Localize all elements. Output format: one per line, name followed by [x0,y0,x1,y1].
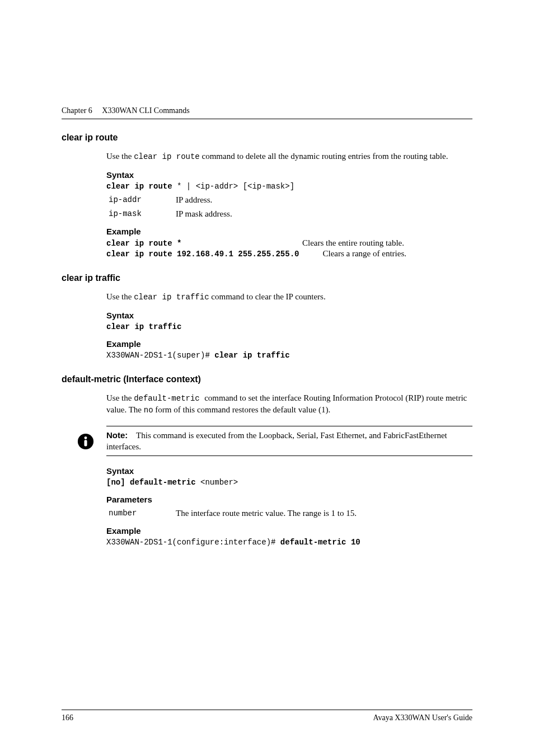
note-block: Note: This command is executed from the … [106,426,472,457]
section-title: clear ip route [62,133,472,143]
syntax-label: Syntax [106,466,472,476]
svg-point-1 [85,436,87,439]
param-desc: The interface route metric value. The ra… [176,509,472,518]
page-number: 166 [62,713,73,722]
example-prompt: X330WAN-2DS1-1(configure:interface)# [106,538,280,547]
note-body: This command is executed from the Loopba… [106,431,447,451]
intro-text-before: Use the [106,292,134,301]
svg-rect-2 [84,440,87,446]
example-label: Example [106,526,472,536]
example-prompt: X330WAN-2DS1-1(super)# [106,351,214,360]
intro-code: clear ip route [134,152,200,161]
chapter-header: Chapter 6 X330WAN CLI Commands [62,106,472,115]
param-table: ip-addr IP address. ip-mask IP mask addr… [106,195,472,219]
page-footer: 166 Avaya X330WAN User's Guide [62,710,472,722]
intro-text-after: command to delete all the dynamic routin… [200,152,448,161]
intro-code: clear ip traffic [134,293,209,302]
page: Chapter 6 X330WAN CLI Commands clear ip … [0,0,534,756]
param-desc: IP mask address. [176,209,472,219]
syntax-bold: [no] default-metric [106,478,196,487]
syntax-label: Syntax [106,170,472,180]
example-cmd: clear ip route 192.168.49.1 255.255.255.… [106,250,299,259]
guide-title: Avaya X330WAN User's Guide [373,713,472,722]
example-label: Example [106,227,472,236]
example-desc: Clears the entire routing table. [302,238,404,248]
intro-code-2: no [144,406,153,415]
table-row: ip-mask IP mask address. [106,209,472,219]
example-row: clear ip route * Clears the entire routi… [106,238,472,248]
example-cmd: clear ip route * [106,239,302,248]
example-label: Example [106,339,472,349]
section-clear-ip-traffic: clear ip traffic Use the clear ip traffi… [62,273,472,360]
section-body-continued: Syntax [no] default-metric <number> Para… [106,466,472,547]
table-row: number The interface route metric value.… [106,509,472,518]
table-row: ip-addr IP address. [106,195,472,205]
intro-paragraph: Use the clear ip route command to delete… [106,151,472,162]
example-bold: default-metric 10 [280,538,360,547]
example-line: X330WAN-2DS1-1(configure:interface)# def… [106,538,472,547]
section-default-metric: default-metric (Interface context) Use t… [62,374,472,547]
note-rule-bottom [106,456,472,456]
intro-code-1: default-metric [134,394,204,403]
intro-text-before: Use the [106,393,134,402]
syntax-line: clear ip traffic [106,322,472,331]
note-label: Note: [106,430,128,440]
note-text: Note: This command is executed from the … [106,430,472,453]
parameters-label: Parameters [106,495,472,504]
syntax-line: [no] default-metric <number> [106,478,472,487]
intro-text-before: Use the [106,152,134,161]
intro-text-after: command to clear the IP counters. [209,292,326,301]
intro-paragraph: Use the default-metric command to set th… [106,392,472,416]
param-name: ip-addr [106,195,176,205]
chapter-title: X330WAN CLI Commands [102,106,189,115]
syntax-rest: <number> [196,478,238,487]
syntax-line: clear ip route * | <ip-addr> [<ip-mask>] [106,182,472,191]
section-body: Use the clear ip traffic command to clea… [84,291,472,360]
note-inner: Note: This command is executed from the … [106,426,472,456]
param-name: number [106,509,176,518]
example-bold: clear ip traffic [214,351,289,360]
param-table: number The interface route metric value.… [106,509,472,518]
section-clear-ip-route: clear ip route Use the clear ip route co… [62,133,472,259]
param-desc: IP address. [176,195,472,205]
syntax-label: Syntax [106,311,472,320]
section-body: Use the default-metric command to set th… [106,392,472,416]
header-rule [62,119,472,119]
intro-text-after: form of this command restores the defaul… [153,405,331,414]
section-title: default-metric (Interface context) [62,374,472,384]
info-icon [77,433,94,450]
syntax-rest: * | <ip-addr> [<ip-mask>] [172,182,294,191]
example-row: clear ip route 192.168.49.1 255.255.255.… [106,249,472,259]
syntax-bold: clear ip route [106,182,172,191]
param-name: ip-mask [106,209,176,219]
section-title: clear ip traffic [62,273,472,283]
section-body: Use the clear ip route command to delete… [106,151,472,259]
example-line: X330WAN-2DS1-1(super)# clear ip traffic [106,351,472,360]
chapter-number: Chapter 6 [62,106,100,115]
intro-paragraph: Use the clear ip traffic command to clea… [106,291,472,303]
example-desc: Clears a range of entries. [322,249,406,259]
